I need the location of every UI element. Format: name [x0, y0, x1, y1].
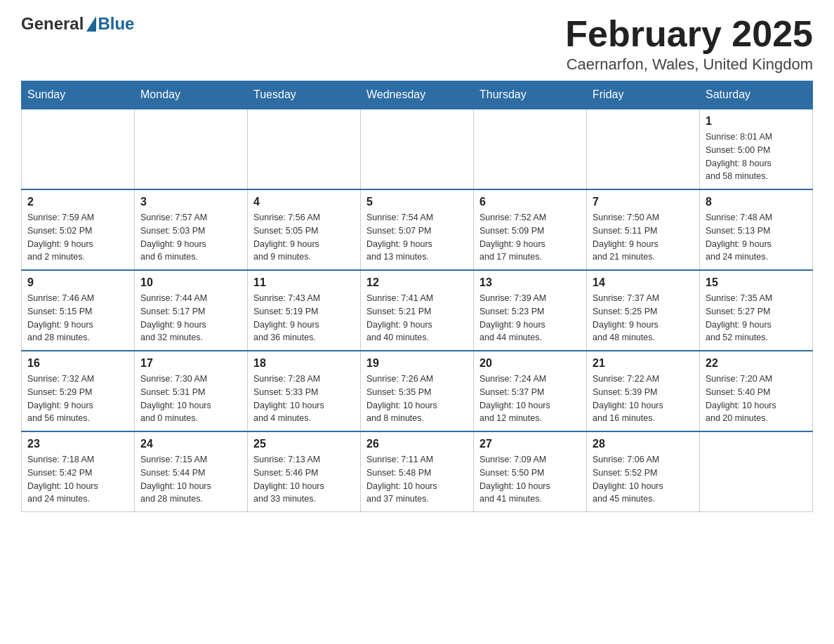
calendar-cell-w1-d6	[587, 109, 700, 189]
calendar-cell-w1-d7: 1Sunrise: 8:01 AM Sunset: 5:00 PM Daylig…	[700, 109, 813, 189]
logo-general-text: General	[21, 14, 84, 34]
calendar-cell-w4-d4: 19Sunrise: 7:26 AM Sunset: 5:35 PM Dayli…	[361, 351, 474, 431]
calendar-cell-w5-d1: 23Sunrise: 7:18 AM Sunset: 5:42 PM Dayli…	[22, 431, 135, 512]
calendar-cell-w2-d5: 6Sunrise: 7:52 AM Sunset: 5:09 PM Daylig…	[474, 189, 587, 270]
day-number: 6	[479, 196, 581, 208]
day-info: Sunrise: 8:01 AM Sunset: 5:00 PM Dayligh…	[706, 130, 807, 183]
day-info: Sunrise: 7:48 AM Sunset: 5:13 PM Dayligh…	[706, 211, 807, 264]
logo-blue-text: Blue	[98, 14, 134, 34]
calendar-cell-w1-d2	[135, 109, 248, 189]
day-number: 18	[253, 357, 355, 370]
day-info: Sunrise: 7:46 AM Sunset: 5:15 PM Dayligh…	[27, 292, 128, 344]
calendar-cell-w4-d2: 17Sunrise: 7:30 AM Sunset: 5:31 PM Dayli…	[135, 351, 248, 431]
calendar-cell-w3-d3: 11Sunrise: 7:43 AM Sunset: 5:19 PM Dayli…	[248, 270, 361, 351]
day-number: 17	[140, 357, 241, 370]
calendar-table: SundayMondayTuesdayWednesdayThursdayFrid…	[21, 81, 813, 512]
calendar-week-2: 2Sunrise: 7:59 AM Sunset: 5:02 PM Daylig…	[22, 189, 813, 270]
day-number: 19	[366, 357, 468, 370]
calendar-cell-w5-d2: 24Sunrise: 7:15 AM Sunset: 5:44 PM Dayli…	[135, 431, 248, 512]
day-info: Sunrise: 7:59 AM Sunset: 5:02 PM Dayligh…	[27, 211, 128, 264]
calendar-cell-w4-d5: 20Sunrise: 7:24 AM Sunset: 5:37 PM Dayli…	[474, 351, 587, 431]
calendar-cell-w5-d7	[700, 431, 813, 512]
day-info: Sunrise: 7:15 AM Sunset: 5:44 PM Dayligh…	[140, 453, 241, 506]
calendar-cell-w3-d1: 9Sunrise: 7:46 AM Sunset: 5:15 PM Daylig…	[22, 270, 135, 351]
calendar-week-3: 9Sunrise: 7:46 AM Sunset: 5:15 PM Daylig…	[22, 270, 813, 351]
day-number: 28	[593, 438, 694, 450]
day-number: 4	[253, 196, 355, 208]
day-number: 23	[27, 438, 128, 450]
day-number: 2	[27, 196, 128, 208]
calendar-cell-w2-d1: 2Sunrise: 7:59 AM Sunset: 5:02 PM Daylig…	[22, 189, 135, 270]
day-info: Sunrise: 7:52 AM Sunset: 5:09 PM Dayligh…	[479, 211, 581, 264]
logo-triangle-icon	[86, 16, 96, 32]
calendar-cell-w3-d5: 13Sunrise: 7:39 AM Sunset: 5:23 PM Dayli…	[474, 270, 587, 351]
day-number: 21	[593, 357, 694, 370]
calendar-location: Caernarfon, Wales, United Kingdom	[565, 55, 813, 74]
day-number: 7	[593, 196, 694, 208]
day-info: Sunrise: 7:24 AM Sunset: 5:37 PM Dayligh…	[479, 373, 581, 425]
day-number: 27	[479, 438, 581, 450]
calendar-cell-w2-d3: 4Sunrise: 7:56 AM Sunset: 5:05 PM Daylig…	[248, 189, 361, 270]
day-number: 14	[593, 276, 694, 289]
day-number: 20	[479, 357, 581, 370]
day-info: Sunrise: 7:43 AM Sunset: 5:19 PM Dayligh…	[253, 292, 355, 344]
day-info: Sunrise: 7:39 AM Sunset: 5:23 PM Dayligh…	[479, 292, 581, 344]
calendar-cell-w1-d5	[474, 109, 587, 189]
weekday-header-saturday: Saturday	[700, 81, 813, 109]
weekday-header-tuesday: Tuesday	[248, 81, 361, 109]
day-info: Sunrise: 7:06 AM Sunset: 5:52 PM Dayligh…	[593, 453, 694, 506]
calendar-cell-w1-d1	[22, 109, 135, 189]
day-info: Sunrise: 7:20 AM Sunset: 5:40 PM Dayligh…	[706, 373, 807, 425]
day-number: 9	[27, 276, 128, 289]
day-info: Sunrise: 7:57 AM Sunset: 5:03 PM Dayligh…	[140, 211, 241, 264]
day-info: Sunrise: 7:35 AM Sunset: 5:27 PM Dayligh…	[706, 292, 807, 344]
calendar-cell-w2-d6: 7Sunrise: 7:50 AM Sunset: 5:11 PM Daylig…	[587, 189, 700, 270]
day-number: 13	[479, 276, 581, 289]
calendar-cell-w4-d1: 16Sunrise: 7:32 AM Sunset: 5:29 PM Dayli…	[22, 351, 135, 431]
weekday-header-wednesday: Wednesday	[361, 81, 474, 109]
day-info: Sunrise: 7:37 AM Sunset: 5:25 PM Dayligh…	[593, 292, 694, 344]
day-number: 3	[140, 196, 241, 208]
calendar-cell-w3-d7: 15Sunrise: 7:35 AM Sunset: 5:27 PM Dayli…	[700, 270, 813, 351]
calendar-cell-w4-d7: 22Sunrise: 7:20 AM Sunset: 5:40 PM Dayli…	[700, 351, 813, 431]
calendar-cell-w5-d4: 26Sunrise: 7:11 AM Sunset: 5:48 PM Dayli…	[361, 431, 474, 512]
logo: General Blue	[21, 14, 134, 34]
title-section: February 2025 Caernarfon, Wales, United …	[565, 14, 813, 74]
day-number: 5	[366, 196, 468, 208]
day-number: 16	[27, 357, 128, 370]
day-info: Sunrise: 7:26 AM Sunset: 5:35 PM Dayligh…	[366, 373, 468, 425]
calendar-cell-w2-d2: 3Sunrise: 7:57 AM Sunset: 5:03 PM Daylig…	[135, 189, 248, 270]
day-number: 24	[140, 438, 241, 450]
calendar-cell-w3-d4: 12Sunrise: 7:41 AM Sunset: 5:21 PM Dayli…	[361, 270, 474, 351]
day-info: Sunrise: 7:22 AM Sunset: 5:39 PM Dayligh…	[593, 373, 694, 425]
day-number: 15	[706, 276, 807, 289]
day-info: Sunrise: 7:54 AM Sunset: 5:07 PM Dayligh…	[366, 211, 468, 264]
day-info: Sunrise: 7:44 AM Sunset: 5:17 PM Dayligh…	[140, 292, 241, 344]
day-info: Sunrise: 7:18 AM Sunset: 5:42 PM Dayligh…	[27, 453, 128, 506]
calendar-cell-w4-d3: 18Sunrise: 7:28 AM Sunset: 5:33 PM Dayli…	[248, 351, 361, 431]
weekday-header-friday: Friday	[587, 81, 700, 109]
day-info: Sunrise: 7:28 AM Sunset: 5:33 PM Dayligh…	[253, 373, 355, 425]
calendar-title: February 2025	[565, 14, 813, 54]
calendar-week-4: 16Sunrise: 7:32 AM Sunset: 5:29 PM Dayli…	[22, 351, 813, 431]
day-info: Sunrise: 7:50 AM Sunset: 5:11 PM Dayligh…	[593, 211, 694, 264]
day-info: Sunrise: 7:56 AM Sunset: 5:05 PM Dayligh…	[253, 211, 355, 264]
calendar-cell-w2-d4: 5Sunrise: 7:54 AM Sunset: 5:07 PM Daylig…	[361, 189, 474, 270]
weekday-header-row: SundayMondayTuesdayWednesdayThursdayFrid…	[22, 81, 813, 109]
day-info: Sunrise: 7:13 AM Sunset: 5:46 PM Dayligh…	[253, 453, 355, 506]
day-number: 25	[253, 438, 355, 450]
calendar-cell-w4-d6: 21Sunrise: 7:22 AM Sunset: 5:39 PM Dayli…	[587, 351, 700, 431]
calendar-cell-w3-d6: 14Sunrise: 7:37 AM Sunset: 5:25 PM Dayli…	[587, 270, 700, 351]
calendar-week-1: 1Sunrise: 8:01 AM Sunset: 5:00 PM Daylig…	[22, 109, 813, 189]
day-info: Sunrise: 7:11 AM Sunset: 5:48 PM Dayligh…	[366, 453, 468, 506]
calendar-week-5: 23Sunrise: 7:18 AM Sunset: 5:42 PM Dayli…	[22, 431, 813, 512]
day-number: 8	[706, 196, 807, 208]
day-number: 22	[706, 357, 807, 370]
weekday-header-monday: Monday	[135, 81, 248, 109]
day-info: Sunrise: 7:41 AM Sunset: 5:21 PM Dayligh…	[366, 292, 468, 344]
day-info: Sunrise: 7:32 AM Sunset: 5:29 PM Dayligh…	[27, 373, 128, 425]
page-header: General Blue February 2025 Caernarfon, W…	[21, 14, 813, 74]
day-number: 1	[706, 115, 807, 128]
day-number: 26	[366, 438, 468, 450]
calendar-cell-w5-d3: 25Sunrise: 7:13 AM Sunset: 5:46 PM Dayli…	[248, 431, 361, 512]
